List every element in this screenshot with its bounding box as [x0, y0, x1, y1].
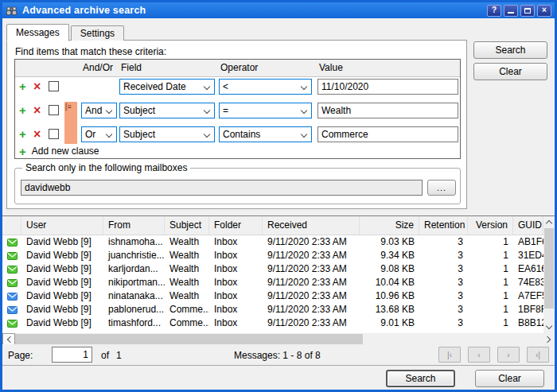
delete-clause-icon[interactable]: ×: [33, 103, 41, 117]
clear-button-bottom[interactable]: Clear: [475, 370, 544, 387]
vertical-scrollbar-thumb[interactable]: [544, 228, 554, 309]
add-clause-icon[interactable]: +: [19, 80, 26, 93]
table-row[interactable]: David Webb [9] ishnamoha... Wealth Inbox…: [2, 235, 543, 249]
add-new-clause-label: Add new clause: [32, 146, 99, 157]
value-input[interactable]: [317, 79, 458, 95]
chevron-down-icon: [204, 131, 210, 138]
last-page-button[interactable]: ›|: [527, 347, 549, 363]
cell-version: 1: [468, 303, 513, 316]
andor-dropdown[interactable]: And: [81, 103, 117, 118]
column-header-received[interactable]: Received: [263, 216, 360, 235]
mailboxes-browse-button[interactable]: ...: [427, 180, 456, 196]
table-row[interactable]: David Webb [9] timashford... Comme... In…: [2, 316, 543, 330]
criteria-grid: And/Or Field Operator Value + × Received…: [14, 59, 461, 159]
scroll-down-icon[interactable]: [543, 321, 555, 333]
cell-guid: AB1F6: [513, 235, 543, 249]
horizontal-scrollbar[interactable]: [2, 333, 555, 345]
search-button-top[interactable]: Search: [473, 41, 547, 59]
clause-checkbox[interactable]: [49, 105, 59, 115]
cell-size: 10.04 KB: [360, 276, 419, 289]
close-icon[interactable]: ×: [537, 5, 551, 17]
cell-received: 9/11/2020 2:33 AM: [263, 303, 360, 316]
cell-user: David Webb [9]: [21, 276, 103, 289]
cell-version: 1: [468, 316, 513, 330]
delete-clause-icon[interactable]: ×: [33, 80, 41, 93]
add-new-clause-link[interactable]: + Add new clause: [19, 144, 99, 158]
andor-dropdown-value: And: [85, 105, 102, 116]
cell-from: pablonerud...: [103, 303, 165, 316]
chevron-down-icon: [106, 107, 112, 114]
cell-from: karljordan...: [103, 262, 165, 276]
column-header-size[interactable]: Size: [360, 216, 419, 235]
scroll-right-icon[interactable]: [542, 333, 555, 345]
cell-guid: 74E83: [513, 276, 543, 289]
field-dropdown[interactable]: Subject: [119, 103, 215, 118]
chevron-down-icon: [204, 83, 210, 90]
tab-messages[interactable]: Messages: [6, 24, 69, 41]
page-number-input[interactable]: [52, 347, 92, 363]
search-button-bottom[interactable]: Search: [386, 370, 455, 387]
operator-dropdown[interactable]: Contains: [219, 126, 312, 142]
help-icon[interactable]: ?: [487, 5, 501, 17]
scroll-left-icon[interactable]: [2, 333, 15, 345]
binoculars-app-icon: [6, 5, 18, 16]
cell-folder: Inbox: [209, 249, 263, 262]
criteria-header-field: Field: [121, 62, 142, 73]
field-dropdown[interactable]: Subject: [119, 126, 215, 142]
vertical-scrollbar[interactable]: [543, 216, 555, 333]
cell-folder: Inbox: [209, 289, 263, 303]
results-rows: David Webb [9] ishnamoha... Wealth Inbox…: [2, 235, 543, 333]
cell-size: 9.03 KB: [360, 235, 419, 249]
column-header-retention[interactable]: Retention: [419, 216, 468, 235]
cell-from: nikiportman...: [103, 276, 165, 289]
bottom-button-bar: Search Clear: [2, 366, 555, 390]
clear-button-top[interactable]: Clear: [473, 63, 547, 80]
chevron-down-icon: [106, 131, 112, 138]
next-page-button[interactable]: ›: [497, 347, 520, 363]
maximize-icon[interactable]: [520, 5, 535, 17]
field-dropdown[interactable]: Received Date: [119, 79, 215, 95]
operator-dropdown-value: Contains: [223, 129, 260, 140]
column-header-subject[interactable]: Subject: [165, 216, 209, 235]
delete-clause-icon[interactable]: ×: [33, 127, 41, 141]
criteria-caption: Find items that match these criteria:: [15, 46, 166, 57]
cell-size: 9.34 KB: [360, 249, 419, 262]
minimize-icon[interactable]: [504, 5, 518, 17]
criteria-header-value: Value: [319, 62, 343, 73]
add-clause-icon[interactable]: +: [19, 104, 26, 117]
add-clause-icon[interactable]: +: [19, 128, 26, 141]
column-header-version[interactable]: Version: [468, 216, 513, 235]
cell-received: 9/11/2020 2:33 AM: [263, 276, 360, 289]
table-row[interactable]: David Webb [9] karljordan... Wealth Inbo…: [2, 262, 543, 276]
column-header-guid[interactable]: GUID: [513, 216, 543, 235]
column-header-user[interactable]: User: [21, 216, 103, 235]
column-header-icon[interactable]: [2, 216, 21, 235]
cell-user: David Webb [9]: [21, 262, 103, 276]
table-row[interactable]: David Webb [9] ninatanaka... Wealth Inbo…: [2, 289, 543, 303]
first-page-button[interactable]: |‹: [438, 347, 461, 363]
clause-checkbox[interactable]: [49, 129, 59, 139]
window-controls: ? ×: [487, 5, 551, 17]
column-header-from[interactable]: From: [103, 216, 165, 235]
tab-settings[interactable]: Settings: [71, 25, 124, 41]
scroll-up-icon[interactable]: [543, 216, 555, 228]
cell-from: ishnamoha...: [103, 235, 165, 249]
cell-from: timashford...: [103, 316, 165, 330]
cell-received: 9/11/2020 2:33 AM: [263, 262, 360, 276]
mailboxes-field[interactable]: davidwebb: [21, 180, 423, 196]
andor-dropdown[interactable]: Or: [81, 126, 117, 142]
table-row[interactable]: David Webb [9] pablonerud... Comme... In…: [2, 303, 543, 316]
mailboxes-groupbox-label: Search only in the following mailboxes: [22, 162, 190, 173]
previous-page-button[interactable]: ‹: [468, 347, 490, 363]
value-input[interactable]: [317, 126, 458, 142]
horizontal-scrollbar-thumb[interactable]: [15, 334, 363, 344]
cell-received: 9/11/2020 2:33 AM: [263, 235, 360, 249]
table-row[interactable]: David Webb [9] juanchristie... Wealth In…: [2, 249, 543, 262]
operator-dropdown[interactable]: =: [219, 103, 312, 118]
column-header-folder[interactable]: Folder: [209, 216, 263, 235]
table-row[interactable]: David Webb [9] nikiportman... Wealth Inb…: [2, 276, 543, 289]
cell-retention: 3: [419, 316, 468, 330]
value-input[interactable]: [317, 103, 458, 118]
operator-dropdown[interactable]: <: [219, 79, 312, 95]
clause-checkbox[interactable]: [49, 81, 59, 91]
